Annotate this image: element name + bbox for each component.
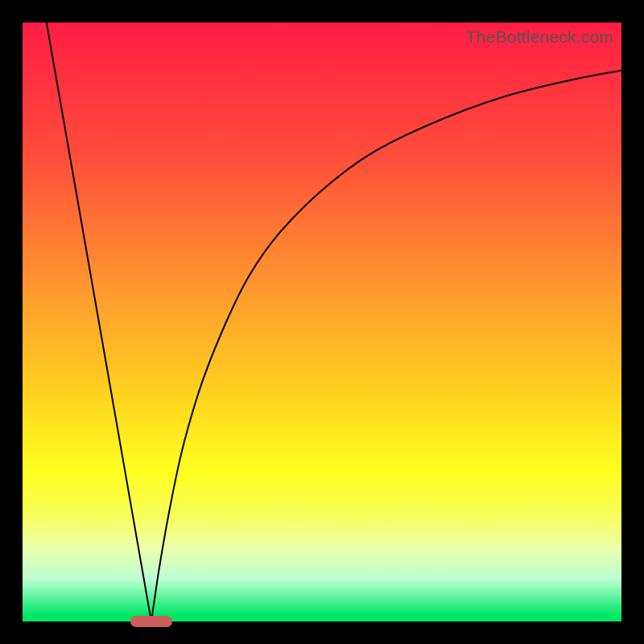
series-right-curve (151, 71, 621, 621)
curve-layer (23, 23, 621, 621)
series-left-line (47, 23, 151, 621)
chart-frame: TheBottleneck.com (0, 0, 644, 644)
plot-area: TheBottleneck.com (23, 23, 621, 621)
bottleneck-marker (130, 616, 172, 627)
